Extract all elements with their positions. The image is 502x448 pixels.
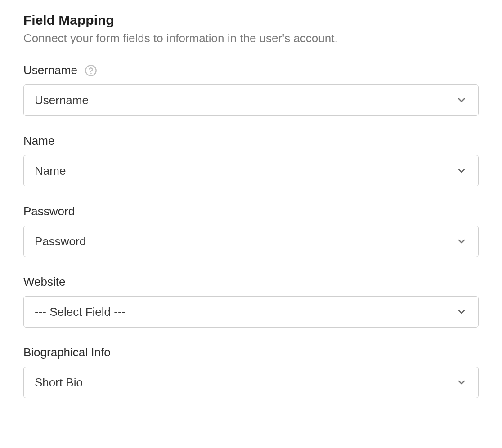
- section-title: Field Mapping: [23, 13, 479, 28]
- chevron-down-icon: [456, 165, 467, 177]
- select-value: Short Bio: [35, 376, 456, 390]
- chevron-down-icon: [456, 306, 467, 318]
- field-label-row: Password: [23, 204, 479, 218]
- field-label-row: Name: [23, 134, 479, 148]
- field-label-row: Website: [23, 275, 479, 289]
- field-label-row: Biographical Info: [23, 346, 479, 359]
- field-label-password: Password: [23, 204, 75, 218]
- svg-point-1: [90, 73, 91, 73]
- field-block-bio: Biographical Info Short Bio: [23, 346, 479, 398]
- section-subtitle: Connect your form fields to information …: [23, 31, 479, 45]
- field-label-website: Website: [23, 275, 65, 289]
- select-password[interactable]: Password: [23, 226, 479, 257]
- select-username[interactable]: Username: [23, 84, 479, 116]
- field-block-username: Username Username: [23, 63, 479, 116]
- field-block-website: Website --- Select Field ---: [23, 275, 479, 328]
- help-icon[interactable]: [85, 64, 97, 77]
- chevron-down-icon: [456, 377, 467, 388]
- chevron-down-icon: [456, 235, 467, 247]
- field-block-name: Name Name: [23, 134, 479, 186]
- select-website[interactable]: --- Select Field ---: [23, 296, 479, 328]
- svg-point-0: [85, 65, 96, 75]
- field-label-bio: Biographical Info: [23, 346, 111, 359]
- field-label-name: Name: [23, 134, 54, 148]
- field-mapping-section: Field Mapping Connect your form fields t…: [23, 13, 479, 398]
- field-label-row: Username: [23, 63, 479, 77]
- select-bio[interactable]: Short Bio: [23, 367, 479, 398]
- field-label-username: Username: [23, 63, 77, 77]
- chevron-down-icon: [456, 94, 467, 106]
- select-value: Name: [35, 164, 456, 178]
- field-block-password: Password Password: [23, 204, 479, 257]
- select-value: Username: [35, 93, 456, 107]
- select-value: --- Select Field ---: [35, 305, 456, 319]
- select-value: Password: [35, 235, 456, 248]
- select-name[interactable]: Name: [23, 155, 479, 186]
